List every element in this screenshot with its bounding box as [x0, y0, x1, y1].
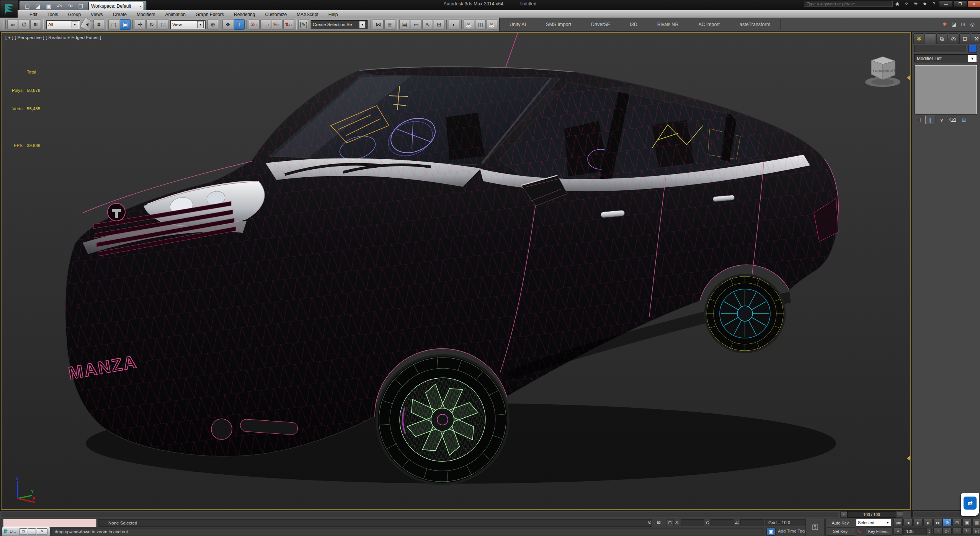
select-by-name-icon[interactable]: ≡ — [93, 19, 104, 30]
manage-layers-icon[interactable]: ▤ — [399, 19, 410, 30]
minimize-button[interactable]: — — [939, 0, 953, 7]
zoom-extents-button[interactable]: ▣ — [962, 519, 972, 526]
default-tangent-icon[interactable]: ∿ — [857, 528, 861, 534]
spinner-snap-icon[interactable]: ⇅∩ — [283, 19, 294, 30]
angle-snap-icon[interactable]: ∟∩ — [260, 19, 271, 30]
key-mode-dropdown[interactable]: Selected▼ — [856, 519, 891, 526]
custom-button-astetransform[interactable]: asteTransform — [730, 18, 780, 31]
add-time-tag[interactable]: Add Time Tag — [778, 529, 805, 533]
y-coordinate-field[interactable] — [710, 519, 734, 526]
show-end-result-button[interactable]: ∥ — [925, 116, 935, 124]
close-window-button[interactable]: ✕ — [37, 528, 47, 535]
select-and-link-icon[interactable]: ∞ — [7, 19, 18, 30]
configure-modifier-sets-button[interactable]: ⊞ — [959, 116, 969, 124]
menu-edit[interactable]: Edit — [24, 11, 42, 18]
maxscript-mini-listener[interactable] — [3, 519, 96, 527]
maximize-viewport-button[interactable]: ◱ — [972, 527, 980, 535]
tab-motion[interactable]: ◎ — [948, 33, 959, 44]
circle-icon[interactable]: ◎ — [968, 20, 977, 28]
perspective-viewport[interactable]: MANZA — [1, 32, 911, 510]
previous-frame-button[interactable]: ◀|| — [903, 519, 913, 526]
unlink-selection-icon[interactable]: ∅ — [19, 19, 29, 30]
key-filters-button[interactable]: Key Filters... — [866, 527, 893, 536]
go-to-start-button[interactable]: |◀◀ — [893, 519, 903, 526]
next-key-button[interactable]: > — [896, 511, 903, 518]
infocenter-search-input[interactable] — [804, 1, 893, 7]
remove-modifier-button[interactable]: ⌫ — [948, 116, 957, 124]
zoom-extents-all-button[interactable]: ▦ — [972, 519, 980, 526]
named-sets-dropdown[interactable]: Create Selection Se▼ — [311, 20, 368, 29]
select-and-manipulate-icon[interactable]: ❖ — [222, 19, 233, 30]
select-and-rotate-icon[interactable]: ↻ — [146, 19, 157, 30]
set-key-button[interactable]: Set Key — [825, 527, 855, 536]
project-folder-icon[interactable]: ❏ — [76, 2, 85, 10]
zoom-button[interactable]: ⊕ — [942, 519, 952, 526]
percent-snap-icon[interactable]: %∩ — [272, 19, 283, 30]
time-configuration-button[interactable]: ◔ — [933, 527, 942, 535]
selection-filter-dropdown[interactable]: All▼ — [46, 20, 80, 29]
binoculars-search-icon[interactable]: ◉ — [893, 1, 902, 7]
object-name-field[interactable] — [914, 45, 966, 52]
rendered-frame-icon[interactable]: ◫ — [475, 19, 486, 30]
viewport-label[interactable]: [ + ] [ Perspective ] [ Realistic + Edge… — [5, 35, 101, 40]
custom-button-rivals-nr[interactable]: Rivals NR — [647, 18, 689, 31]
maximize-window-button[interactable]: ▢ — [28, 528, 36, 535]
custom-button-ac-import[interactable]: AC import — [688, 18, 730, 31]
auto-key-button[interactable]: Auto Key — [825, 519, 855, 527]
menu-modifiers[interactable]: Modifiers — [132, 11, 160, 18]
snaps-toggle-3d-icon[interactable]: 3∩ — [249, 19, 260, 30]
new-file-icon[interactable]: ▢ — [23, 2, 32, 10]
close-button[interactable]: ✕ — [967, 0, 980, 7]
menu-maxscript[interactable]: MAXScript — [292, 11, 323, 18]
align-icon[interactable]: ≣ — [384, 19, 395, 30]
zoom-all-button[interactable]: ⊞ — [952, 519, 962, 526]
application-menu-button[interactable] — [0, 0, 18, 18]
save-file-icon[interactable]: ▣ — [44, 2, 53, 10]
communication-center-icon[interactable]: ✳ — [911, 1, 920, 7]
tab-utilities[interactable]: ⚒ — [971, 33, 980, 44]
material-editor-icon[interactable]: ◐ — [449, 19, 459, 30]
set-keys-button[interactable]: ⚿ — [805, 519, 825, 536]
tab-hierarchy[interactable]: ⧉ — [936, 33, 947, 44]
rectangular-selection-icon[interactable]: ▢ — [108, 19, 119, 30]
menu-help[interactable]: Help — [323, 11, 343, 18]
menu-tools[interactable]: Tools — [42, 11, 63, 18]
tab-display[interactable]: ⊡ — [959, 33, 970, 44]
render-icon[interactable]: ☕ — [487, 19, 497, 30]
menu-group[interactable]: Group — [63, 11, 86, 18]
bind-to-space-warp-icon[interactable]: ≋ — [30, 19, 41, 30]
redo-icon[interactable]: ↷▾ — [65, 2, 75, 10]
teamviewer-overlay[interactable]: ⇄ — [961, 493, 979, 516]
menu-create[interactable]: Create — [108, 11, 132, 18]
reference-coordinate-dropdown[interactable]: View▼ — [170, 20, 206, 29]
next-frame-button[interactable]: ||▶ — [923, 519, 933, 526]
z-coordinate-field[interactable] — [740, 519, 764, 526]
mirror-icon[interactable]: ⋈ — [373, 19, 384, 30]
make-unique-button[interactable]: ⋎ — [937, 116, 946, 124]
window-crossing-toggle-icon[interactable]: ▣ — [120, 19, 131, 30]
toolbar-grip[interactable] — [3, 20, 6, 29]
pan-walk-button[interactable]: ∴ — [952, 527, 962, 535]
go-to-end-button[interactable]: ▶▶| — [933, 519, 942, 526]
menu-rendering[interactable]: Rendering — [229, 11, 260, 18]
modifier-stack[interactable] — [915, 65, 977, 114]
select-and-move-icon[interactable]: ✛ — [135, 19, 145, 30]
menu-animation[interactable]: Animation — [160, 11, 191, 18]
x-coordinate-field[interactable] — [681, 519, 704, 526]
subscription-key-icon[interactable]: ✧ — [902, 1, 911, 7]
custom-button-driversf[interactable]: DriverSF — [581, 18, 620, 31]
custom-button-i3d[interactable]: I3D — [620, 18, 647, 31]
star-icon[interactable]: ✱ — [941, 20, 949, 28]
previous-key-button[interactable]: < — [840, 511, 847, 518]
menu-customize[interactable]: Customize — [260, 11, 292, 18]
tab-create[interactable]: ✱ — [913, 33, 924, 44]
menu-graph-editors[interactable]: Graph Editors — [191, 11, 229, 18]
time-slider[interactable]: < 100 / 100 > — [0, 511, 911, 518]
ribbon-toggle-icon[interactable]: ▭ — [411, 19, 421, 30]
open-file-icon[interactable]: ◪ — [33, 2, 42, 10]
custom-button-unity-ai[interactable]: Unity AI — [500, 18, 536, 31]
help-icon[interactable]: ? — [929, 1, 939, 7]
schematic-view-icon[interactable]: ⊟ — [434, 19, 444, 30]
use-pivot-center-icon[interactable]: ⊕ — [207, 19, 218, 30]
object-color-swatch[interactable] — [969, 45, 977, 52]
